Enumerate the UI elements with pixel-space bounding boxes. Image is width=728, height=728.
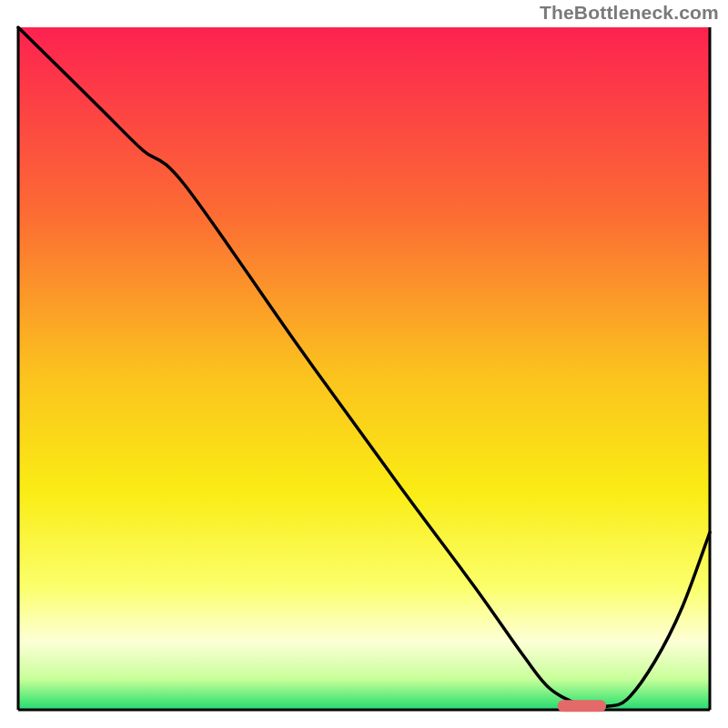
optimal-range-marker: [558, 700, 606, 712]
chart-svg: [0, 0, 728, 728]
attribution-label: TheBottleneck.com: [540, 2, 719, 24]
chart-container: TheBottleneck.com: [0, 0, 728, 728]
